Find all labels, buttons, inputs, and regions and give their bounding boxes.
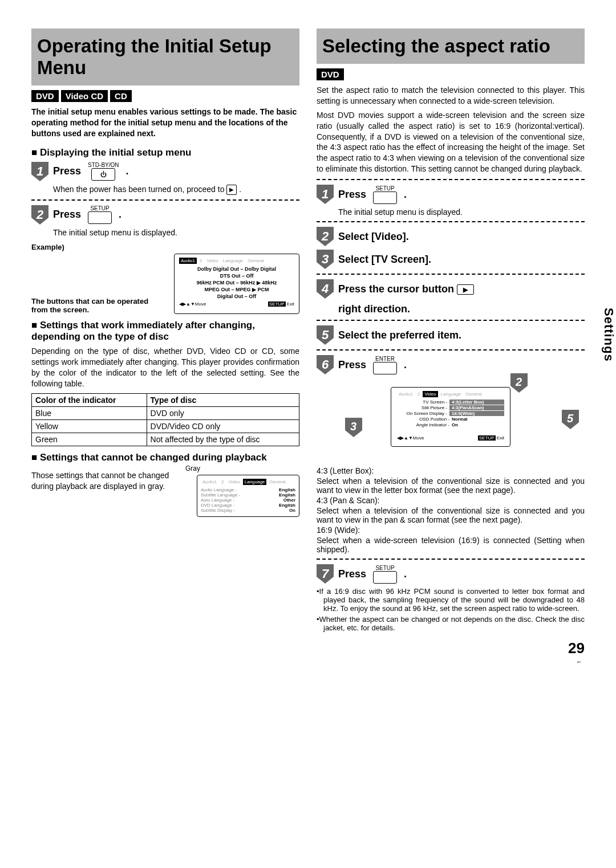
step-1-row: 1 Press STD-BY/ON ⏻ . — [31, 162, 299, 181]
right-title: Selecting the aspect ratio — [317, 28, 585, 64]
step1-period: . — [126, 165, 129, 177]
page-number: 29 — [568, 639, 585, 657]
badge-dvd-right: DVD — [317, 68, 344, 80]
callout-marker-2: 2 — [510, 373, 528, 393]
badge-dvd: DVD — [31, 90, 59, 102]
aspect-options: 4:3 (Letter Box): Select when a televisi… — [317, 466, 585, 554]
stdby-button-icon: STD-BY/ON ⏻ — [88, 162, 119, 181]
left-title: Operating the Initial Setup Menu — [31, 28, 299, 85]
divider — [317, 559, 585, 560]
rstep1-desc: The initial setup menu is displayed. — [317, 207, 585, 217]
right-column: Selecting the aspect ratio DVD Set the a… — [317, 28, 585, 634]
step-marker-3: 3 — [317, 250, 334, 269]
step2-desc: The initial setup menu is displayed. — [31, 228, 299, 237]
example-label: Example) — [31, 243, 299, 251]
step-marker-2-ref-icon: ▶ — [226, 185, 237, 195]
divider — [317, 221, 585, 222]
divider — [317, 179, 585, 180]
setup-button-icon: SETUP — [373, 565, 397, 584]
sub-cannot: Settings that cannot be changed during p… — [31, 452, 299, 463]
badge-videocd: Video CD — [61, 90, 108, 102]
step-2-row: 2 Press SETUP . — [31, 205, 299, 225]
note-1: If a 16:9 disc with 96 kHz PCM sound is … — [317, 587, 585, 613]
step-marker-1: 1 — [317, 185, 334, 204]
rstep-2: 2 Select [Video]. — [317, 227, 585, 246]
cannot-body: Those settings that cannot be changed du… — [31, 470, 174, 492]
enter-button-icon: ENTER — [373, 356, 397, 374]
divider — [317, 349, 585, 351]
cannot-block: Those settings that cannot be changed du… — [31, 467, 299, 517]
osd-video-wrap: 2 3 5 Audio1 2 Video Language General TV… — [317, 378, 585, 462]
step-marker-1: 1 — [31, 162, 48, 181]
step-marker-2: 2 — [31, 205, 48, 225]
example-block: The buttons that can be operated from th… — [31, 254, 299, 314]
divider — [31, 199, 299, 201]
setup-button-icon: SETUP — [373, 185, 397, 204]
step-marker-7: 7 — [317, 564, 334, 584]
rstep-7: 7 Press SETUP . — [317, 564, 585, 584]
badge-cd: CD — [110, 90, 132, 102]
rstep-3: 3 Select [TV Screen]. — [317, 250, 585, 269]
rstep-1: 1 Press SETUP . — [317, 185, 585, 204]
left-badges: DVD Video CD CD — [31, 90, 299, 102]
step-marker-4: 4 — [317, 279, 334, 299]
right-badges: DVD — [317, 68, 585, 80]
divider — [317, 274, 585, 275]
right-intro1: Set the aspect ratio to match the televi… — [317, 85, 585, 107]
callout-marker-5: 5 — [562, 410, 579, 429]
rstep-6: 6 Press ENTER . — [317, 355, 585, 374]
osd-video-menu: Audio1 2 Video Language General TV Scree… — [391, 387, 510, 447]
gray-label: Gray — [185, 464, 299, 472]
left-lead: The initial setup menu enables various s… — [31, 107, 299, 139]
section-side-tab: Settings — [601, 308, 616, 362]
step2-action: Press — [53, 209, 81, 221]
rstep-5: 5 Select the preferred item. — [317, 325, 585, 345]
settings-work-body: Depending on the type of disc, whether D… — [31, 346, 299, 389]
osd-example-1: Audio1 2 Video Language General Dolby Di… — [174, 254, 299, 314]
step1-desc: When the power has been turned on, proce… — [31, 185, 299, 195]
left-column: Operating the Initial Setup Menu DVD Vid… — [31, 28, 299, 634]
setup-button-icon: SETUP — [88, 205, 112, 224]
sub-settings-work: Settings that work immediately after cha… — [31, 320, 299, 343]
osd-buttons-note: The buttons that can be operated from th… — [31, 297, 163, 314]
step-marker-2: 2 — [317, 227, 334, 246]
sub-displaying: Displaying the initial setup menu — [31, 147, 299, 158]
note-2: Whether the aspect can be changed or not… — [317, 615, 585, 632]
page-number-lang: En — [577, 661, 585, 663]
divider — [317, 320, 585, 321]
step1-action: Press — [53, 165, 81, 177]
cursor-right-icon: ▶ — [457, 284, 474, 295]
right-intro2: Most DVD movies support a wide-screen te… — [317, 110, 585, 174]
indicator-table: Color of the indicatorType of disc BlueD… — [31, 393, 299, 446]
callout-marker-3: 3 — [345, 418, 362, 437]
rstep-4: 4 Press the cursor button ▶ right direct… — [317, 279, 585, 315]
osd-example-gray: Audio1 2 Video Language General Audio La… — [197, 475, 299, 517]
step-marker-5: 5 — [317, 325, 334, 345]
step-marker-6: 6 — [317, 355, 334, 374]
power-icon: ⏻ — [91, 168, 115, 181]
manual-page: Operating the Initial Setup Menu DVD Vid… — [31, 28, 585, 634]
